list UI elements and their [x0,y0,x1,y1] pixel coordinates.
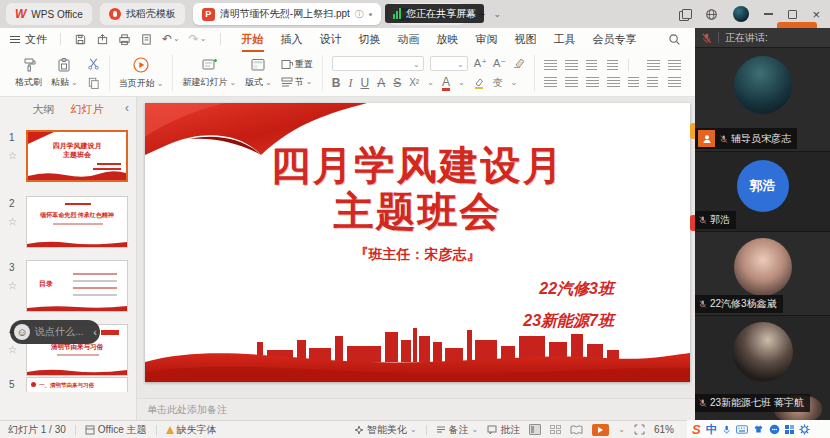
slide-canvas[interactable]: 四月学风建设月 主题班会 『班主任：宋彦志』 22汽修3班 23新能源7班 [145,103,690,382]
tab-animations[interactable]: 动画 [398,32,420,47]
strikethrough-button[interactable]: S [393,77,401,89]
participant-tile-1[interactable]: 辅导员宋彦志 [695,48,830,152]
toolbox-icon[interactable] [769,424,780,435]
text-effect-button[interactable]: 变 [493,78,503,88]
close-button[interactable]: × [812,8,820,21]
tab-home[interactable]: 开始 [242,32,264,47]
tab-docer-templates[interactable]: 找稻壳模板 [100,3,185,25]
undo-button[interactable]: ↶⌄ [162,32,180,46]
numbered-list-button[interactable] [565,60,578,70]
tab-insert[interactable]: 插入 [281,32,303,47]
align-right-button[interactable] [586,77,599,87]
text-direction-button[interactable] [647,60,660,70]
tab-transitions[interactable]: 切换 [359,32,381,47]
tab-member[interactable]: 会员专享 [593,32,637,47]
tab-review[interactable]: 审阅 [476,32,498,47]
strikethrough-a-button[interactable]: A [377,77,385,89]
slides-tab[interactable]: 幻灯片 [71,102,104,117]
print-icon[interactable] [118,33,131,46]
apps-grid-icon[interactable] [785,425,794,434]
tab-slideshow[interactable]: 放映 [437,32,459,47]
beautify-button[interactable]: 智能美化 ⌄ [354,423,417,437]
columns-button[interactable] [668,77,681,87]
paste-button[interactable]: 粘贴⌄ [51,57,78,89]
increase-font-button[interactable]: A⁺ [474,58,487,69]
bold-button[interactable]: B [332,77,341,89]
restore-button[interactable] [788,10,797,19]
fit-screen-icon[interactable] [634,424,645,435]
minimize-button[interactable] [764,13,773,15]
skin-icon[interactable] [753,424,764,434]
meeting-window-notch[interactable] [777,22,817,28]
decrease-indent-button[interactable] [586,60,597,70]
superscript-button[interactable]: X² [409,78,419,88]
layout-button[interactable]: 版式⌄ [245,57,272,89]
chat-quick-input[interactable]: ☺ 说点什么... ‹ [10,320,100,344]
slide-thumbnail-3[interactable]: 目录 [26,260,128,312]
star-icon[interactable]: ☆ [8,150,17,161]
tabs-overview-icon[interactable] [679,9,690,20]
participant-tile-4[interactable]: 23新能源七班 蒋宇航 [695,316,830,420]
distribute-button[interactable] [628,77,639,87]
copy-icon[interactable] [87,76,100,89]
align-left-button[interactable] [544,77,557,87]
tab-view[interactable]: 视图 [515,32,537,47]
notes-input[interactable]: 单击此处添加备注 [137,398,695,420]
slide-thumbnail-5[interactable]: 一、清明节由来与习俗 [26,377,128,392]
tab-design[interactable]: 设计 [320,32,342,47]
comment-button[interactable]: 批注 [487,423,520,437]
slide-thumbnail-1[interactable]: 四月学风建设月 主题班会 [26,130,128,182]
reading-view-button[interactable] [570,425,583,435]
print-preview-icon[interactable] [140,33,153,46]
tab-wps-home[interactable]: W WPS Office [6,3,92,25]
section-button[interactable]: 节 ⌄ [281,76,313,89]
chinese-mode-icon[interactable]: 中 [706,422,717,437]
tab-tools[interactable]: 工具 [554,32,576,47]
search-icon[interactable] [668,33,681,46]
clear-format-icon[interactable] [512,57,525,69]
missing-font-warning[interactable]: 缺失字体 [166,423,217,437]
tab-presentation-active[interactable]: P 清明节缅怀先烈-网上祭扫.ppt ⓘ • [193,3,382,25]
reset-button[interactable]: 重置 [281,58,313,71]
format-painter-button[interactable]: 格式刷 [15,57,42,89]
participant-tile-3[interactable]: 22汽修3杨鑫崴 [695,232,830,316]
star-icon[interactable]: ☆ [8,280,17,291]
font-color-button[interactable]: A [442,76,450,91]
export-icon[interactable] [96,33,109,46]
collapse-sidebar-icon[interactable]: ‹ [125,101,129,115]
normal-view-button[interactable] [529,424,541,435]
sort-text-button[interactable] [668,60,681,70]
screen-sharing-badge[interactable]: 您正在共享屏幕 [385,4,484,23]
font-size-select[interactable]: ⌄ [430,56,468,71]
sogou-logo-icon[interactable]: S [692,423,701,436]
align-center-button[interactable] [565,77,578,87]
tab-list-chevron-icon[interactable]: ⌄ [494,9,502,19]
slide-thumbnail-2[interactable]: 缅怀革命先烈 传承红色精神 [26,196,128,248]
line-spacing-button[interactable] [647,77,658,87]
gear-icon[interactable] [799,424,810,435]
play-from-current-button[interactable]: 当页开始⌄ [119,56,164,90]
notes-toggle-button[interactable]: 备注 ⌄ [436,423,479,437]
save-icon[interactable] [74,33,87,46]
keyboard-icon[interactable] [736,425,748,434]
collapse-chat-icon[interactable]: ‹ [93,326,97,338]
justify-button[interactable] [607,77,620,87]
star-icon[interactable]: ☆ [8,344,17,355]
cut-icon[interactable] [87,57,100,70]
participant-tile-2[interactable]: 郭浩 郭浩 [695,152,830,232]
font-family-select[interactable]: ⌄ [332,56,424,71]
outline-tab[interactable]: 大纲 [33,102,55,117]
emoji-icon[interactable]: ☺ [14,324,30,340]
decrease-font-button[interactable]: A⁻ [493,58,506,69]
new-slide-button[interactable]: 新建幻灯片⌄ [182,57,236,89]
globe-icon[interactable] [705,8,718,21]
underline-button[interactable]: U [360,77,369,89]
slide-sorter-view-button[interactable] [550,425,561,434]
bullet-list-button[interactable] [544,60,557,70]
voice-input-icon[interactable] [722,424,731,435]
increase-indent-button[interactable] [607,60,618,70]
highlight-icon[interactable] [473,77,485,89]
account-avatar[interactable] [733,6,749,22]
theme-button[interactable]: Office 主题 [85,423,147,437]
zoom-level[interactable]: 61% [654,424,674,435]
